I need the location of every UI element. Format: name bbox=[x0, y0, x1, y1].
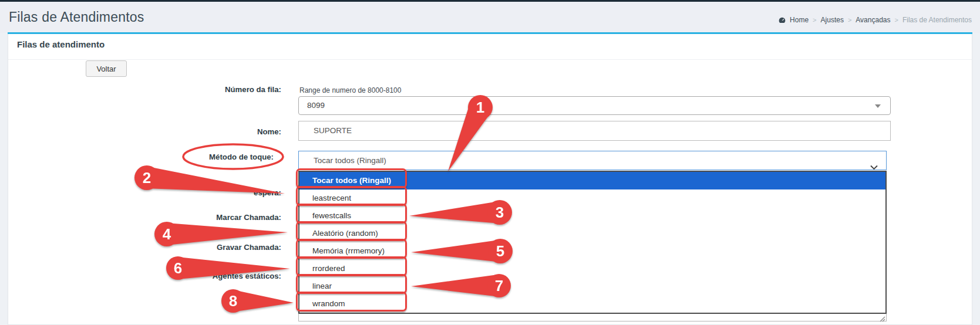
page-header: Filas de Atendimentos Home > Ajustes > A… bbox=[0, 2, 980, 33]
breadcrumb-separator: > bbox=[848, 16, 851, 23]
queue-number-label: Número da fila: bbox=[105, 86, 281, 94]
breadcrumb-avancadas[interactable]: Avançadas bbox=[856, 16, 890, 24]
triangle-down-icon bbox=[875, 104, 881, 108]
music-on-hold-label: espera: bbox=[105, 189, 281, 197]
dropdown-option-random[interactable]: Aleatório (random) bbox=[299, 225, 885, 242]
panel-heading: Filas de atendimento bbox=[17, 39, 105, 49]
ring-strategy-select[interactable]: Tocar todos (Ringall) bbox=[298, 151, 887, 170]
ring-strategy-label: Método de toque: bbox=[105, 153, 274, 161]
dropdown-option-rrmemory[interactable]: Memória (rrmemory) bbox=[299, 242, 885, 260]
page-title: Filas de Atendimentos bbox=[9, 9, 144, 25]
dropdown-option-wrandom[interactable]: wrandom bbox=[299, 295, 885, 313]
queue-number-value: 8099 bbox=[307, 101, 325, 110]
dropdown-option-linear[interactable]: linear bbox=[299, 277, 885, 295]
dropdown-option-rrordered[interactable]: rrordered bbox=[299, 260, 885, 277]
panel-divider bbox=[8, 59, 972, 60]
tachometer-icon bbox=[778, 16, 786, 24]
breadcrumb-current: Filas de Atendimentos bbox=[902, 16, 972, 24]
resize-grip-icon[interactable] bbox=[879, 314, 885, 320]
dropdown-option-ringall[interactable]: Tocar todos (Ringall) bbox=[299, 172, 885, 189]
breadcrumb: Home > Ajustes > Avançadas > Filas de At… bbox=[778, 16, 972, 24]
static-agents-textarea[interactable] bbox=[298, 314, 887, 321]
dropdown-option-leastrecent[interactable]: leastrecent bbox=[299, 189, 885, 207]
dropdown-option-fewestcalls[interactable]: fewestcalls bbox=[299, 207, 885, 225]
ring-strategy-value: Tocar todos (Ringall) bbox=[314, 156, 386, 165]
queue-range-hint: Range de numero de 8000-8100 bbox=[299, 86, 401, 94]
static-agents-label: Agentes estáticos: bbox=[105, 272, 281, 280]
screen: Filas de Atendimentos Home > Ajustes > A… bbox=[0, 0, 980, 325]
name-input[interactable]: SUPORTE bbox=[298, 121, 891, 141]
back-button[interactable]: Voltar bbox=[86, 60, 127, 77]
name-label: Nome: bbox=[105, 128, 281, 136]
breadcrumb-ajustes[interactable]: Ajustes bbox=[821, 16, 844, 24]
content-panel: Filas de atendimento Voltar Número da fi… bbox=[8, 34, 972, 325]
name-value: SUPORTE bbox=[314, 126, 352, 135]
breadcrumb-home[interactable]: Home bbox=[790, 16, 809, 24]
queue-number-select[interactable]: 8099 bbox=[298, 96, 891, 115]
breadcrumb-separator: > bbox=[813, 16, 816, 23]
mark-call-label: Marcar Chamada: bbox=[105, 214, 281, 222]
breadcrumb-separator: > bbox=[894, 16, 898, 23]
record-call-label: Gravar Chamada: bbox=[105, 243, 281, 252]
ring-strategy-dropdown: Tocar todos (Ringall) leastrecent fewest… bbox=[298, 171, 887, 314]
